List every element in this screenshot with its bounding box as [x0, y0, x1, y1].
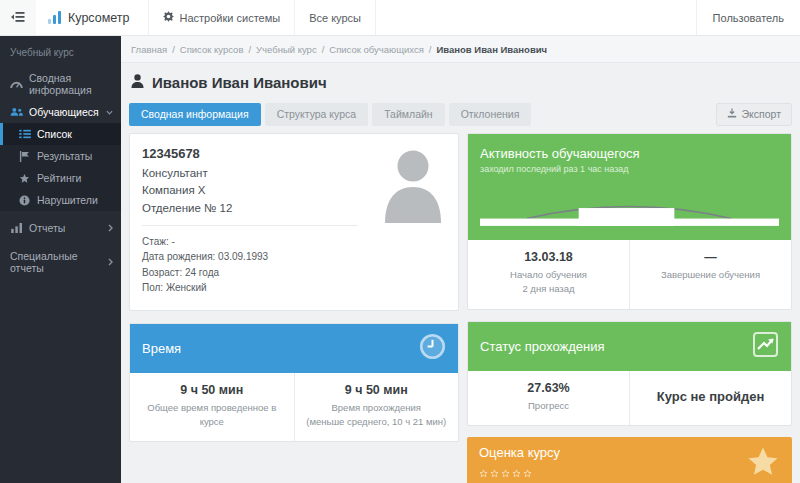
tab-summary[interactable]: Сводная информация [129, 103, 261, 126]
status-progress-value: 27.63% [476, 381, 621, 395]
breadcrumb-separator: / [172, 44, 175, 55]
activity-start-label: Начало обучения [476, 268, 621, 282]
app-window: Курсометр Настройки системы Все курсы По… [0, 0, 800, 483]
top-navbar: Курсометр Настройки системы Все курсы По… [0, 0, 800, 36]
profile-card: 12345678 Консультант Компания X Отделени… [129, 133, 459, 311]
activity-card-header: Активность обучающегося заходил последни… [468, 134, 791, 240]
time-passing-note: (меньше среднего, 10 ч 21 мин) [303, 415, 451, 429]
sidebar-item-results[interactable]: Результаты [0, 145, 121, 167]
sidebar-item-label: Специальные отчеты [10, 250, 102, 274]
activity-card-body: 13.03.18 Начало обучения 2 дня назад — З… [468, 240, 791, 309]
tab-timeline[interactable]: Таймлайн [372, 103, 445, 126]
star-outline-icon [490, 464, 499, 482]
sidebar-item-label: Отчеты [29, 222, 65, 234]
status-result-text: Курс не пройден [657, 389, 765, 404]
clock-icon [419, 333, 446, 364]
breadcrumb-home[interactable]: Главная [131, 44, 167, 55]
avatar-placeholder-icon [382, 149, 444, 227]
activity-end-label: Завершение обучения [638, 268, 783, 282]
export-button[interactable]: Экспорт [716, 103, 792, 126]
tab-course-structure[interactable]: Структура курса [265, 103, 369, 126]
rating-card: Оценка курсу [467, 437, 792, 483]
sidebar-item-violators[interactable]: Нарушители [0, 189, 121, 211]
sidebar-item-special-reports[interactable]: Специальные отчеты [0, 245, 121, 279]
brand-logo[interactable]: Курсометр [36, 0, 149, 35]
chevron-down-icon [106, 110, 113, 115]
sidebar-item-label: Список [37, 128, 72, 140]
status-card-body: 27.63% Прогресс Курс не пройден [468, 371, 791, 425]
nav-all-courses[interactable]: Все курсы [295, 0, 376, 35]
activity-subtitle: заходил последний раз 1 час назад [480, 164, 779, 174]
time-passing-value: 9 ч 50 мин [303, 383, 451, 397]
status-progress: 27.63% Прогресс [468, 371, 629, 425]
sidebar-item-label: Обучающиеся [29, 106, 99, 118]
status-progress-label: Прогресс [476, 399, 621, 413]
main-content: Главная / Список курсов / Учебный курс /… [121, 36, 800, 483]
status-card: Статус прохождения 27.63% Прогресс Курс … [467, 321, 792, 426]
breadcrumb-separator: / [322, 44, 325, 55]
sidebar-item-ratings[interactable]: Рейтинги [0, 167, 121, 189]
breadcrumb-student-list[interactable]: Список обучающихся [329, 44, 424, 55]
sidebar-toggle-button[interactable] [0, 0, 36, 35]
left-column: 12345678 Консультант Компания X Отделени… [129, 133, 459, 483]
activity-start-note: 2 дня назад [476, 282, 621, 296]
star-outline-icon [523, 464, 532, 482]
breadcrumb-separator: / [429, 44, 432, 55]
breadcrumb-course[interactable]: Учебный курс [256, 44, 317, 55]
right-column: Активность обучающегося заходил последни… [467, 133, 792, 483]
tabs-bar: Сводная информация Структура курса Таймл… [121, 100, 800, 126]
time-passing: 9 ч 50 мин Время прохождения (меньше сре… [294, 373, 459, 442]
bar-chart-icon [10, 223, 23, 233]
tab-deviations[interactable]: Отклонения [449, 103, 532, 126]
activity-card: Активность обучающегося заходил последни… [467, 133, 792, 310]
activity-title: Активность обучающегося [480, 146, 779, 161]
activity-start-value: 13.03.18 [476, 250, 621, 264]
star-outline-icon [512, 464, 521, 482]
profile-experience: Стаж: - [142, 234, 446, 250]
nav-settings-label: Настройки системы [180, 12, 281, 24]
rating-title: Оценка курсу [479, 445, 780, 460]
flag-icon [18, 151, 31, 162]
time-total: 9 ч 50 мин Общее время проведенное в кур… [130, 373, 294, 442]
sidebar: Учебный курс Сводная информация Обучающи… [0, 36, 121, 483]
activity-end-value: — [638, 250, 783, 264]
star-icon [18, 173, 31, 184]
breadcrumb-current: Иванов Иван Иванович [436, 44, 547, 55]
export-button-label: Экспорт [742, 108, 781, 120]
star-outline-icon [479, 464, 488, 482]
users-icon [10, 107, 23, 117]
user-menu-label: Пользователь [713, 12, 784, 24]
trending-up-icon [752, 331, 779, 362]
big-star-icon [746, 445, 780, 482]
nav-system-settings[interactable]: Настройки системы [149, 0, 296, 35]
sidebar-item-label: Результаты [37, 150, 92, 162]
info-circle-icon [18, 195, 31, 206]
star-outline-icon [501, 464, 510, 482]
time-card-body: 9 ч 50 мин Общее время проведенное в кур… [130, 373, 458, 442]
gear-icon [163, 11, 174, 24]
activity-end: — Завершение обучения [629, 240, 791, 309]
sidebar-item-list[interactable]: Список [0, 123, 121, 145]
tachometer-icon [10, 79, 23, 89]
sidebar-item-reports[interactable]: Отчеты [0, 217, 121, 239]
time-total-label: Общее время проведенное в курсе [138, 401, 286, 430]
person-icon [131, 74, 144, 91]
page-title-text: Иванов Иван Иванович [152, 74, 327, 91]
status-card-title: Статус прохождения [480, 339, 605, 354]
rating-stars [479, 464, 780, 482]
sidebar-section-header: Учебный курс [0, 36, 121, 67]
logo-bars-icon [48, 11, 61, 24]
breadcrumb-course-list[interactable]: Список курсов [180, 44, 244, 55]
sidebar-item-summary[interactable]: Сводная информация [0, 67, 121, 101]
brand-name: Курсометр [68, 11, 130, 25]
hamburger-icon [11, 9, 25, 27]
activity-chart [480, 186, 779, 228]
list-icon [18, 129, 31, 139]
sidebar-item-students[interactable]: Обучающиеся [0, 101, 121, 123]
time-card: Время 9 ч 50 мин Общее время проведенное… [129, 323, 459, 443]
sidebar-item-label: Нарушители [37, 194, 98, 206]
sidebar-item-label: Рейтинги [37, 172, 81, 184]
time-total-value: 9 ч 50 мин [138, 383, 286, 397]
user-menu[interactable]: Пользователь [696, 0, 800, 35]
sidebar-submenu-students: Список Результаты Рейтинги Нарушители [0, 123, 121, 211]
